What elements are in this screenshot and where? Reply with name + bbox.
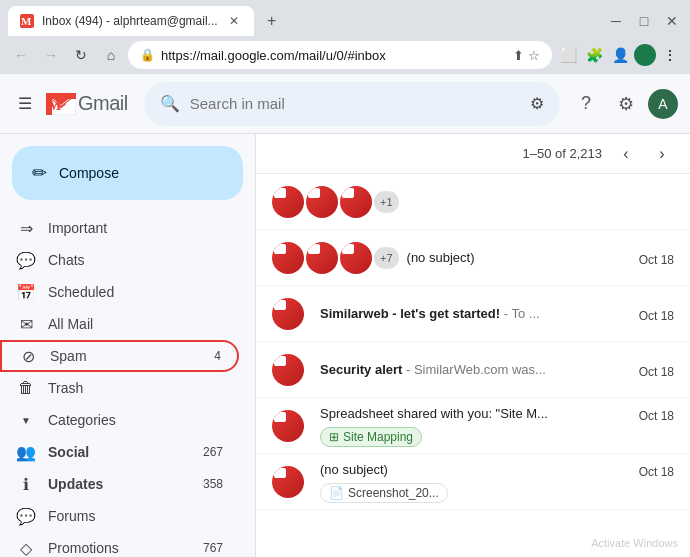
more-options-button[interactable]: ⋮ (658, 43, 682, 67)
search-filter-icon[interactable]: ⚙ (530, 94, 544, 113)
sidebar: ✏ Compose ⇒ Important 💬 Chats 📅 Schedule… (0, 134, 255, 557)
svg-text:M: M (48, 98, 61, 113)
address-url: https://mail.google.com/mail/u/0/#inbox (161, 48, 507, 63)
sidebar-label-trash: Trash (48, 380, 223, 396)
email-chip-row: 📄 Screenshot_20... (320, 479, 674, 503)
sidebar-item-important[interactable]: ⇒ Important (0, 212, 239, 244)
sidebar-item-scheduled[interactable]: 📅 Scheduled (0, 276, 239, 308)
address-bar[interactable]: 🔒 https://mail.google.com/mail/u/0/#inbo… (128, 41, 552, 69)
promotions-icon: ◇ (16, 539, 36, 558)
header-right-icons: ? ⚙ A (568, 86, 678, 122)
email-attachment-chip[interactable]: 📄 Screenshot_20... (320, 483, 448, 503)
forward-button[interactable]: → (38, 42, 64, 68)
social-count: 267 (203, 445, 223, 459)
browser-chrome: M Inbox (494) - alphrteam@gmail... ✕ + ─… (0, 0, 690, 74)
email-info: Spreadsheet shared with you: "Site M... … (320, 405, 674, 447)
hamburger-menu-button[interactable]: ☰ (12, 88, 38, 119)
chip-icon: ⊞ (329, 430, 339, 444)
spam-count: 4 (214, 349, 221, 363)
email-avatar (272, 354, 304, 386)
sidebar-item-spam[interactable]: ⊘ Spam 4 (0, 340, 239, 372)
email-top-row: Similarweb - let's get started! - To ...… (320, 305, 674, 323)
sidebar-item-trash[interactable]: 🗑 Trash (0, 372, 239, 404)
gmail-app: ☰ M Gmail 🔍 ⚙ ? ⚙ A (0, 74, 690, 557)
email-row[interactable]: Spreadsheet shared with you: "Site M... … (256, 398, 690, 454)
bookmark-icon[interactable]: ☆ (528, 48, 540, 63)
new-tab-button[interactable]: + (258, 7, 286, 35)
email-attachment-chip[interactable]: ⊞ Site Mapping (320, 427, 422, 447)
categories-expand-icon: ▼ (16, 415, 36, 426)
email-top-row: (no subject) Oct 18 (320, 461, 674, 479)
email-subject: Spreadsheet shared with you: "Site M... (320, 406, 548, 421)
back-button[interactable]: ← (8, 42, 34, 68)
ext-icon-profile[interactable]: 👤 (608, 43, 632, 67)
sidebar-label-scheduled: Scheduled (48, 284, 223, 300)
compose-icon: ✏ (32, 162, 47, 184)
maximize-button[interactable]: □ (634, 13, 654, 29)
minimize-button[interactable]: ─ (606, 13, 626, 29)
email-subject: (no subject) (320, 462, 388, 477)
email-preview-inline: - To ... (504, 306, 540, 321)
reload-button[interactable]: ↻ (68, 42, 94, 68)
updates-count: 358 (203, 477, 223, 491)
email-subject: Similarweb - let's get started! - To ... (320, 306, 540, 321)
user-avatar[interactable]: A (648, 89, 678, 119)
sidebar-item-updates[interactable]: ℹ Updates 358 (0, 468, 239, 500)
pagination-next-button[interactable]: › (650, 142, 674, 166)
gmail-body: ✏ Compose ⇒ Important 💬 Chats 📅 Schedule… (0, 134, 690, 557)
email-date: Oct 18 (639, 405, 674, 423)
trash-icon: 🗑 (16, 379, 36, 397)
tab-close-button[interactable]: ✕ (226, 13, 242, 29)
sidebar-item-promotions[interactable]: ◇ Promotions 767 (0, 532, 239, 557)
email-row[interactable]: +1 (256, 174, 690, 230)
sidebar-label-all-mail: All Mail (48, 316, 223, 332)
settings-button[interactable]: ⚙ (608, 86, 644, 122)
search-input[interactable] (190, 95, 520, 112)
chats-icon: 💬 (16, 251, 36, 270)
avatar-overflow-count: +7 (374, 247, 399, 269)
tab-favicon: M (20, 14, 34, 28)
ext-icon-puzzle[interactable]: 🧩 (582, 43, 606, 67)
sidebar-label-updates: Updates (48, 476, 191, 492)
pagination-prev-button[interactable]: ‹ (614, 142, 638, 166)
sidebar-label-social: Social (48, 444, 191, 460)
ext-icon-1[interactable]: ⬜ (556, 43, 580, 67)
share-icon[interactable]: ⬆ (513, 48, 524, 63)
email-list: 1–50 of 2,213 ‹ › +1 (255, 134, 690, 557)
lock-icon: 🔒 (140, 48, 155, 62)
ext-icon-4[interactable] (634, 44, 656, 66)
email-avatar (306, 242, 338, 274)
browser-tab[interactable]: M Inbox (494) - alphrteam@gmail... ✕ (8, 6, 254, 36)
email-avatar (272, 466, 304, 498)
email-row[interactable]: (no subject) Oct 18 📄 Screenshot_20... (256, 454, 690, 510)
email-info: Similarweb - let's get started! - To ...… (320, 305, 674, 323)
avatar-overflow-count: +1 (374, 191, 399, 213)
sidebar-item-chats[interactable]: 💬 Chats (0, 244, 239, 276)
search-bar[interactable]: 🔍 ⚙ (144, 82, 560, 126)
sidebar-item-forums[interactable]: 💬 Forums (0, 500, 239, 532)
scheduled-icon: 📅 (16, 283, 36, 302)
email-row[interactable]: Similarweb - let's get started! - To ...… (256, 286, 690, 342)
extension-icons: ⬜ 🧩 👤 ⋮ (556, 43, 682, 67)
email-row[interactable]: +7 (no subject) Oct 18 (256, 230, 690, 286)
email-top-row: Spreadsheet shared with you: "Site M... … (320, 405, 674, 423)
sidebar-item-categories[interactable]: ▼ Categories (0, 404, 239, 436)
sidebar-item-social[interactable]: 👥 Social 267 (0, 436, 239, 468)
pagination-info: 1–50 of 2,213 (522, 146, 602, 161)
help-button[interactable]: ? (568, 86, 604, 122)
home-button[interactable]: ⌂ (98, 42, 124, 68)
sidebar-label-forums: Forums (48, 508, 223, 524)
email-avatar (306, 186, 338, 218)
sidebar-item-all-mail[interactable]: ✉ All Mail (0, 308, 239, 340)
promotions-count: 767 (203, 541, 223, 555)
sidebar-label-spam: Spam (50, 348, 202, 364)
email-chip-row: ⊞ Site Mapping (320, 423, 674, 447)
email-avatar (340, 186, 372, 218)
social-icon: 👥 (16, 443, 36, 462)
email-row[interactable]: Security alert - SimilarWeb.com was... O… (256, 342, 690, 398)
email-preview-inline: - SimilarWeb.com was... (406, 362, 546, 377)
all-mail-icon: ✉ (16, 315, 36, 334)
close-button[interactable]: ✕ (662, 13, 682, 29)
sidebar-label-categories: Categories (48, 412, 223, 428)
compose-button[interactable]: ✏ Compose (12, 146, 243, 200)
